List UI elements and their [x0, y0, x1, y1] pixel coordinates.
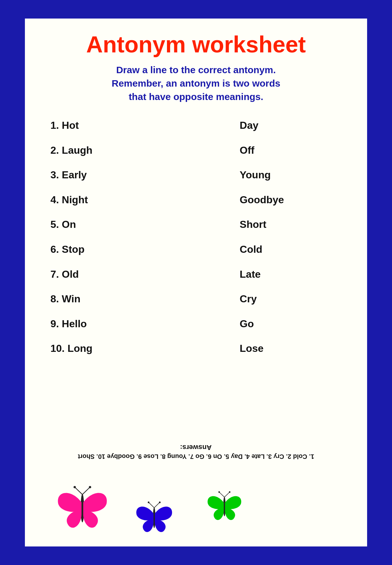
answers-container: Answers: 1. Cold 2. Cry 3. Late 4. Day 5…	[44, 443, 348, 460]
butterfly-pink-icon	[54, 483, 111, 534]
right-word-item: Cold	[240, 237, 262, 262]
left-word-item: 8. Win	[50, 287, 181, 312]
svg-point-4	[89, 486, 91, 488]
svg-line-13	[224, 492, 229, 497]
svg-point-9	[159, 501, 161, 503]
right-word-item: Lose	[240, 336, 264, 361]
left-word-item: 7. Old	[50, 262, 181, 287]
right-word-item: Off	[240, 138, 254, 163]
left-column: 1. Hot2. Laugh3. Early4. Night5. On6. St…	[50, 113, 181, 440]
left-word-item: 2. Laugh	[50, 138, 181, 163]
svg-line-1	[75, 488, 82, 494]
left-word-item: 6. Stop	[50, 237, 181, 262]
svg-line-3	[82, 488, 89, 494]
right-word-item: Go	[240, 312, 254, 337]
left-word-item: 10. Long	[50, 336, 181, 361]
left-word-item: 4. Night	[50, 188, 181, 213]
svg-point-14	[229, 491, 230, 493]
right-word-item: Young	[240, 163, 271, 188]
right-word-item: Short	[240, 212, 267, 237]
page-title: Antonym worksheet	[44, 31, 348, 58]
subtitle-line2: Remember, an antonym is two words	[112, 78, 280, 89]
right-word-item: Late	[240, 262, 261, 287]
answers-label: Answers:	[180, 443, 212, 452]
butterfly-green-icon	[204, 489, 245, 524]
right-word-item: Goodbye	[240, 188, 284, 213]
svg-point-7	[148, 501, 149, 503]
right-word-item: Cry	[240, 287, 257, 312]
worksheet-page: Antonym worksheet Draw a line to the cor…	[20, 14, 372, 551]
svg-line-6	[149, 503, 154, 508]
butterfly-blue-icon	[133, 499, 175, 537]
svg-line-8	[154, 503, 159, 508]
subtitle-line3: that have opposite meanings.	[129, 91, 263, 102]
subtitle-line1: Draw a line to the correct antonym.	[116, 65, 276, 75]
words-section: 1. Hot2. Laugh3. Early4. Night5. On6. St…	[44, 113, 348, 440]
svg-point-12	[218, 491, 220, 493]
right-word-item: Day	[240, 113, 259, 138]
left-word-item: 5. On	[50, 212, 181, 237]
answers-text: 1. Cold 2. Cry 3. Late 4. Day 5. On 6. G…	[78, 453, 314, 460]
left-word-item: 9. Hello	[50, 312, 181, 337]
right-column: DayOffYoungGoodbyeShortColdLateCryGoLose	[240, 113, 342, 440]
subtitle: Draw a line to the correct antonym. Reme…	[44, 63, 348, 104]
svg-point-2	[73, 486, 76, 488]
svg-line-11	[220, 492, 224, 497]
butterflies-section	[44, 463, 348, 534]
left-word-item: 3. Early	[50, 163, 181, 188]
left-word-item: 1. Hot	[50, 113, 181, 138]
